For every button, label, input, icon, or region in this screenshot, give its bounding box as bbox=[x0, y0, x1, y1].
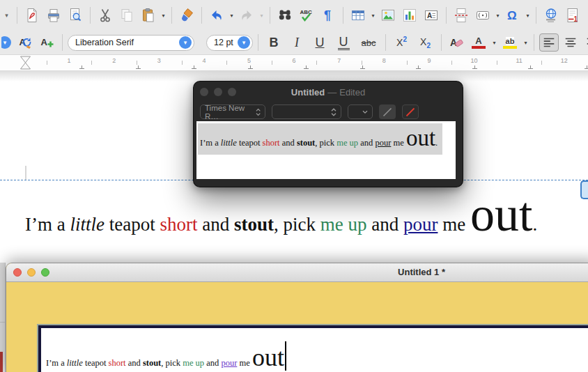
zoom-button[interactable] bbox=[41, 268, 49, 277]
typeface-dropdown[interactable] bbox=[272, 104, 341, 119]
ruler-number: 6 bbox=[293, 57, 296, 64]
svg-text:¶: ¶ bbox=[324, 8, 331, 22]
insert-field-button[interactable] bbox=[473, 5, 493, 26]
bold-button[interactable]: B bbox=[263, 36, 284, 50]
background-red-edge bbox=[0, 352, 3, 372]
writer-document-text[interactable]: I’m a little teapot short and stout, pic… bbox=[25, 190, 537, 239]
copy-button[interactable] bbox=[117, 5, 137, 26]
formatting-marks-button[interactable]: ¶ bbox=[318, 5, 338, 26]
ruler-tick bbox=[407, 61, 408, 65]
highlight-color-button[interactable]: ab bbox=[500, 37, 520, 49]
paragraph-style-dropdown[interactable]: ▾ bbox=[1, 36, 14, 49]
insert-footnote-button[interactable]: 1 bbox=[563, 5, 582, 26]
clone-formatting-button[interactable] bbox=[177, 5, 196, 26]
insert-table-dropdown-arrow[interactable]: ▾ bbox=[370, 13, 376, 19]
font-name-combobox[interactable]: Liberation Serif ▾ bbox=[68, 35, 194, 51]
tab-stop-marker bbox=[304, 65, 309, 69]
untitled1-textbox[interactable]: I’m a little teapot short and stout, pic… bbox=[38, 325, 588, 372]
italic-button[interactable]: I bbox=[286, 36, 307, 50]
untitled1-titlebar[interactable]: Untitled 1 * bbox=[6, 263, 588, 282]
svg-text:ABC: ABC bbox=[300, 9, 313, 15]
insert-image-button[interactable] bbox=[378, 5, 398, 26]
subscript-button[interactable]: X2 bbox=[415, 36, 436, 49]
toolbar-separator bbox=[385, 34, 386, 51]
ruler-tick bbox=[47, 61, 47, 65]
textedit-text[interactable]: I’m a little teapot short and stout, pic… bbox=[198, 123, 442, 155]
ruler-number: 3 bbox=[157, 57, 161, 64]
textedit-content[interactable]: I’m a little teapot short and stout, pic… bbox=[196, 121, 456, 179]
tab-stop-marker bbox=[416, 65, 421, 69]
chevron-down-icon[interactable]: ▾ bbox=[238, 36, 250, 49]
ruler-number: 12 bbox=[561, 57, 568, 64]
new-doc-dropdown-arrow[interactable]: ▾ bbox=[1, 12, 12, 19]
toolbar-separator bbox=[441, 34, 442, 51]
print-preview-button[interactable] bbox=[65, 5, 85, 26]
ruler-tick bbox=[316, 61, 317, 65]
text-color-button[interactable] bbox=[379, 104, 396, 119]
special-character-dropdown-arrow[interactable]: ▾ bbox=[525, 13, 531, 19]
update-style-button[interactable]: A bbox=[16, 32, 36, 53]
window-title: Untitled—Edited bbox=[194, 87, 463, 98]
ruler-tick bbox=[497, 61, 497, 65]
background-color-button[interactable] bbox=[402, 104, 419, 119]
clear-formatting-button[interactable]: A bbox=[447, 32, 466, 53]
font-family-dropdown[interactable]: Times New R… bbox=[200, 104, 265, 119]
paste-dropdown-arrow[interactable]: ▾ bbox=[160, 13, 167, 19]
chevron-down-icon bbox=[362, 110, 368, 114]
insert-page-break-button[interactable] bbox=[451, 5, 471, 26]
insert-chart-button[interactable] bbox=[400, 5, 419, 26]
toolbar-separator bbox=[343, 7, 343, 24]
tab-stop-marker bbox=[192, 65, 196, 69]
insert-table-button[interactable] bbox=[348, 5, 368, 26]
find-replace-button[interactable] bbox=[275, 5, 295, 26]
font-size-dropdown[interactable] bbox=[348, 104, 373, 119]
font-color-dropdown-arrow[interactable]: ▾ bbox=[491, 40, 497, 46]
align-right-button[interactable] bbox=[582, 33, 588, 52]
toolbar-separator bbox=[201, 7, 202, 24]
chevron-down-icon: ▾ bbox=[1, 36, 11, 49]
align-left-button[interactable] bbox=[539, 33, 559, 52]
new-style-button[interactable]: A bbox=[38, 32, 57, 53]
superscript-button[interactable]: X2 bbox=[391, 36, 412, 49]
ruler-number: 10 bbox=[470, 57, 477, 64]
comment-sidebar-button[interactable] bbox=[580, 180, 588, 199]
chevron-down-icon[interactable]: ▾ bbox=[179, 36, 192, 49]
special-character-button[interactable]: Ω bbox=[503, 5, 523, 26]
strikethrough-button[interactable]: abc bbox=[357, 38, 380, 48]
canvas-text: I’m a little teapot short and stout, pic… bbox=[46, 358, 284, 368]
print-button[interactable] bbox=[44, 5, 63, 26]
undo-button[interactable] bbox=[207, 5, 226, 26]
hyperlink-button[interactable] bbox=[541, 5, 561, 26]
insert-field-dropdown-arrow[interactable]: ▾ bbox=[495, 13, 501, 19]
double-underline-button[interactable]: U bbox=[332, 35, 355, 50]
toolbar-separator bbox=[270, 7, 270, 24]
redo-button[interactable] bbox=[237, 5, 256, 26]
close-button[interactable] bbox=[13, 268, 22, 277]
cut-button[interactable] bbox=[95, 5, 115, 26]
ruler-number: 8 bbox=[382, 57, 386, 64]
textedit-titlebar[interactable]: Untitled—Edited bbox=[194, 82, 463, 102]
canvas-text-line[interactable]: I’m a little teapot short and stout, pic… bbox=[41, 328, 588, 370]
highlight-color-dropdown-arrow[interactable]: ▾ bbox=[523, 40, 529, 46]
export-pdf-button[interactable] bbox=[22, 5, 42, 26]
tab-stop-marker bbox=[472, 65, 477, 69]
undo-dropdown-arrow[interactable]: ▾ bbox=[229, 13, 235, 19]
font-color-button[interactable]: A bbox=[468, 36, 489, 49]
align-center-button[interactable] bbox=[561, 33, 580, 52]
background-divider bbox=[0, 322, 5, 323]
ruler-number: 1 bbox=[68, 57, 71, 64]
font-size-combobox[interactable]: 12 pt ▾ bbox=[206, 35, 253, 51]
insert-textbox-button[interactable]: A bbox=[421, 5, 441, 26]
formatting-toolbar: ▾ A A Liberation Serif ▾ 12 pt ▾ B I U U… bbox=[0, 31, 588, 54]
insert-endnote-button[interactable]: i bbox=[585, 5, 588, 26]
redo-dropdown-arrow[interactable]: ▾ bbox=[258, 13, 265, 19]
paste-button[interactable] bbox=[139, 5, 158, 26]
underline-button[interactable]: U bbox=[309, 36, 330, 50]
ruler-tick bbox=[541, 61, 542, 65]
toolbar-separator bbox=[446, 7, 447, 24]
toolbar-separator bbox=[17, 7, 17, 24]
minimize-button[interactable] bbox=[27, 268, 36, 277]
window-title: Untitled 1 * bbox=[398, 267, 445, 277]
spellcheck-button[interactable]: ABC bbox=[297, 5, 316, 26]
tab-stop-marker bbox=[360, 65, 365, 69]
